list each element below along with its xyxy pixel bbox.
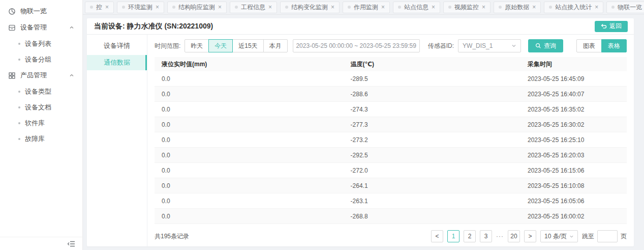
- sidebar-item-device-list[interactable]: 设备列表: [0, 36, 82, 51]
- tab-structural-change[interactable]: 结构变化监测×: [280, 2, 340, 13]
- active-tab-indicator: [145, 55, 147, 70]
- content-wrapper: 当前设备: 静力水准仪 (SN:20221009) 返回 设备详情 通信数据: [83, 15, 644, 250]
- cell-temperature: -272.0: [344, 167, 520, 174]
- cell-temperature: -292.5: [344, 152, 520, 159]
- view-chart-button[interactable]: 图表: [576, 39, 602, 52]
- quick-range-yesterday[interactable]: 昨天: [185, 39, 209, 52]
- table-row[interactable]: 0.0-277.32023-05-25 16:30:02: [155, 117, 627, 132]
- col-header-level: 液位实时值(mm): [155, 60, 344, 69]
- collapse-sidebar-icon[interactable]: [67, 240, 75, 247]
- sidebar-item-device-docs[interactable]: 设备文档: [0, 99, 82, 115]
- chevron-up-icon[interactable]: [69, 73, 74, 78]
- chevron-up-icon[interactable]: [69, 25, 74, 30]
- table-row[interactable]: 0.0-292.52023-05-25 16:20:03: [155, 148, 627, 163]
- pagination-row: 共195条记录 < 1 2 3 ··· 20 > 10 条/页: [155, 226, 627, 246]
- cell-level: 0.0: [155, 198, 344, 205]
- cell-level: 0.0: [155, 152, 344, 159]
- cell-collect-time: 2023-05-25 16:05:06: [520, 198, 627, 205]
- close-icon[interactable]: ×: [482, 4, 485, 10]
- vtab-communication-data[interactable]: 通信数据: [87, 55, 147, 70]
- quick-range-today[interactable]: 今天: [208, 39, 233, 52]
- prev-page-button[interactable]: <: [431, 230, 443, 242]
- tab-video-monitoring[interactable]: 视频监控×: [443, 2, 490, 13]
- tab-dot-icon: [499, 6, 502, 9]
- more-pages-ellipsis[interactable]: ···: [496, 233, 504, 240]
- sidebar-group-device-management[interactable]: 设备管理: [0, 19, 82, 36]
- back-button-label: 返回: [609, 22, 622, 31]
- tab-raw-data[interactable]: 原始数据×: [494, 2, 541, 13]
- tab-site-info[interactable]: 站点信息×: [393, 2, 440, 13]
- close-icon[interactable]: ×: [532, 4, 536, 10]
- table-row[interactable]: 0.0-272.02023-05-25 16:15:06: [155, 163, 627, 178]
- tab-label: 作用监测: [354, 3, 378, 12]
- back-button[interactable]: 返回: [595, 21, 628, 32]
- table-row[interactable]: 0.0-263.12023-05-25 16:05:06: [155, 193, 627, 209]
- close-icon[interactable]: ×: [381, 4, 385, 10]
- table-row[interactable]: 0.0-264.12023-05-25 16:10:08: [155, 178, 627, 193]
- table-row[interactable]: 0.0-274.32023-05-25 16:35:02: [155, 102, 627, 117]
- jump-page-input[interactable]: [597, 230, 618, 242]
- tab-project-info[interactable]: 工程信息×: [230, 2, 277, 13]
- chevron-down-icon: [511, 43, 516, 48]
- vtab-device-detail[interactable]: 设备详情: [87, 38, 147, 53]
- tab-site-access-stats[interactable]: 站点接入统计×: [544, 2, 603, 13]
- tab-label: 结构变化监测: [291, 3, 328, 12]
- sidebar-item-device-groups[interactable]: 设备分组: [0, 51, 82, 67]
- cell-level: 0.0: [155, 182, 344, 189]
- close-icon[interactable]: ×: [268, 4, 272, 10]
- sidebar-group-product-management[interactable]: 产品管理: [0, 67, 82, 84]
- close-icon[interactable]: ×: [105, 4, 109, 10]
- page-button-1[interactable]: 1: [447, 230, 459, 242]
- sidebar-group-label: 产品管理: [20, 71, 47, 80]
- quick-range-15days[interactable]: 近15天: [232, 39, 263, 52]
- filter-row: 时间范围: 昨天 今天 近15天 本月 2023-05-25 00:00:00 …: [155, 39, 627, 52]
- tab-env-monitoring[interactable]: 环境监测×: [117, 2, 164, 13]
- search-icon: [535, 43, 541, 49]
- time-range-label: 时间范围:: [155, 42, 180, 50]
- sidebar: 物联一览 设备管理 设备列表 设备分组 产品管理: [0, 0, 83, 250]
- page-button-2[interactable]: 2: [464, 230, 476, 242]
- sidebar-item-device-types[interactable]: 设备类型: [0, 84, 82, 99]
- cell-level: 0.0: [155, 106, 344, 113]
- tab-structural-response[interactable]: 结构响应监测×: [167, 2, 227, 13]
- view-table-button[interactable]: 表格: [601, 39, 627, 52]
- tab-dot-icon: [398, 6, 401, 9]
- table-row[interactable]: 0.0-289.52023-05-25 16:45:09: [155, 71, 627, 87]
- query-button[interactable]: 查询: [528, 39, 563, 52]
- tab-label: 原始数据: [505, 3, 529, 12]
- main-area: 控× 环境监测× 结构响应监测× 工程信息× 结构变化监测× 作用监测× 站点信…: [83, 0, 644, 250]
- quick-range-month[interactable]: 本月: [263, 39, 288, 52]
- dashboard-pie-icon: [8, 8, 16, 15]
- close-icon[interactable]: ×: [331, 4, 334, 10]
- tab-action-monitoring[interactable]: 作用监测×: [343, 2, 390, 13]
- close-icon[interactable]: ×: [156, 4, 159, 10]
- page-button-20[interactable]: 20: [508, 230, 520, 242]
- page-button-3[interactable]: 3: [480, 230, 492, 242]
- close-icon[interactable]: ×: [595, 4, 598, 10]
- tab-label: 环境监测: [128, 3, 152, 12]
- view-toggle: 图表 表格: [576, 39, 627, 52]
- close-icon[interactable]: ×: [218, 4, 222, 10]
- cell-collect-time: 2023-05-25 16:15:06: [520, 167, 627, 174]
- table-header-row: 液位实时值(mm) 温度(℃) 采集时间: [155, 57, 627, 71]
- table-row[interactable]: 0.0-268.82023-05-25 16:00:02: [155, 209, 627, 224]
- tab-monitor[interactable]: 控×: [85, 2, 114, 13]
- sidebar-nav: 物联一览 设备管理 设备列表 设备分组 产品管理: [0, 0, 82, 237]
- bullet-icon: [18, 106, 20, 108]
- tab-iot-overview[interactable]: 物联一览×: [606, 2, 644, 13]
- table-row[interactable]: 0.0-273.22023-05-25 16:25:10: [155, 132, 627, 148]
- sidebar-item-iot-overview[interactable]: 物联一览: [0, 3, 82, 19]
- sidebar-group-label: 设备管理: [20, 23, 47, 32]
- sidebar-item-software-library[interactable]: 软件库: [0, 115, 82, 131]
- page-size-select[interactable]: 10 条/页: [540, 230, 578, 242]
- date-range-input[interactable]: 2023-05-25 00:00:00 ~ 2023-05-25 23:59:5…: [293, 39, 420, 52]
- tab-label: 视频监控: [454, 3, 479, 12]
- sidebar-item-fault-library[interactable]: 故障库: [0, 131, 82, 147]
- table-row[interactable]: 0.0-288.62023-05-25 16:40:07: [155, 87, 627, 102]
- close-icon[interactable]: ×: [432, 4, 435, 10]
- cell-temperature: -273.2: [344, 136, 520, 144]
- sensor-select[interactable]: YW_DIS_1: [458, 39, 521, 52]
- next-page-button[interactable]: >: [524, 230, 536, 242]
- page-size-value: 10 条/页: [544, 232, 567, 241]
- vtab-label: 设备详情: [104, 42, 130, 49]
